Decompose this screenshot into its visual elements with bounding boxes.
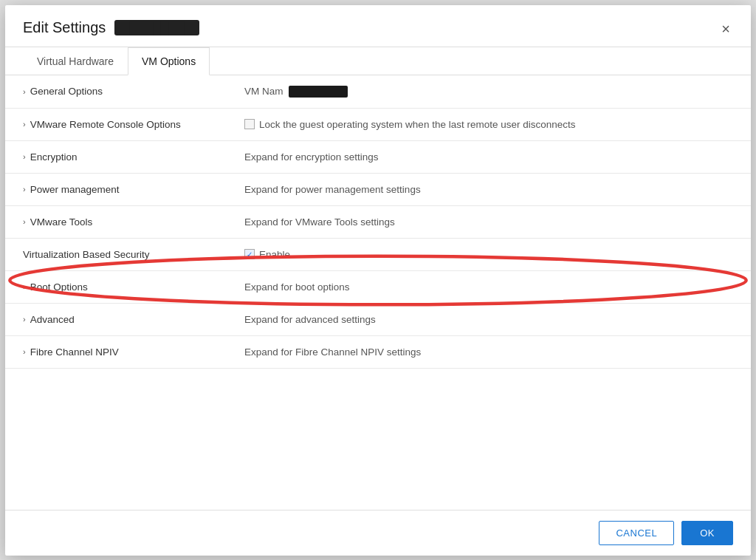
vmrc-checkbox[interactable] <box>244 119 255 129</box>
close-button[interactable]: × <box>715 18 736 39</box>
dialog-vm-name-redacted: ███████ <box>114 20 199 35</box>
advanced-expand[interactable]: › Advanced <box>23 314 212 325</box>
row-value-encryption: Expand for encryption settings <box>227 140 751 173</box>
table-row: › VMware Tools Expand for VMware Tools s… <box>5 205 751 238</box>
row-label-vmware-tools: › VMware Tools <box>5 205 227 238</box>
ok-button[interactable]: OK <box>681 521 733 545</box>
table-row: › Power management Expand for power mana… <box>5 173 751 205</box>
row-label-encryption: › Encryption <box>5 140 227 173</box>
fibre-channel-expand[interactable]: › Fibre Channel NPIV <box>23 346 212 358</box>
row-label-power-mgmt: › Power management <box>5 173 227 205</box>
vbs-checkbox-row: Enable <box>244 249 736 260</box>
vbs-enable-checkbox[interactable] <box>244 249 255 259</box>
row-value-vmrc: Lock the guest operating system when the… <box>227 108 751 140</box>
vmware-tools-expand[interactable]: › VMware Tools <box>23 216 212 228</box>
dialog-header: Edit Settings ███████ × <box>5 5 751 47</box>
dialog-footer: CANCEL OK <box>5 510 751 556</box>
table-row: › VMware Remote Console Options Lock the… <box>5 108 751 140</box>
chevron-icon: › <box>23 152 26 161</box>
general-options-expand[interactable]: › General Options <box>23 86 212 97</box>
row-label-fibre-channel: › Fibre Channel NPIV <box>5 335 227 368</box>
table-row: › Encryption Expand for encryption setti… <box>5 140 751 173</box>
row-value-vmware-tools: Expand for VMware Tools settings <box>227 205 751 238</box>
dialog-title: Edit Settings <box>23 19 106 36</box>
row-label-vbs: Virtualization Based Security <box>5 238 227 270</box>
chevron-icon: › <box>23 120 26 129</box>
table-row: › Boot Options Expand for boot options <box>5 270 751 303</box>
cancel-button[interactable]: CANCEL <box>599 521 674 545</box>
chevron-icon: › <box>23 347 26 356</box>
row-value-power-mgmt: Expand for power management settings <box>227 173 751 205</box>
vmrc-expand[interactable]: › VMware Remote Console Options <box>23 119 212 130</box>
row-value-vbs: Enable <box>227 238 751 270</box>
boot-options-expand[interactable]: › Boot Options <box>23 281 212 293</box>
chevron-icon: › <box>23 87 26 96</box>
chevron-icon: › <box>23 185 26 194</box>
row-label-vmrc: › VMware Remote Console Options <box>5 108 227 140</box>
chevron-icon: › <box>23 217 26 226</box>
row-value-fibre-channel: Expand for Fibre Channel NPIV settings <box>227 335 751 368</box>
row-label-boot-options: › Boot Options <box>5 270 227 303</box>
tab-vm-options[interactable]: VM Options <box>128 47 210 75</box>
settings-table: › General Options VM Nam › VMware Re <box>5 75 751 413</box>
row-value-general-options: VM Nam <box>227 75 751 109</box>
chevron-icon: › <box>23 315 26 324</box>
encryption-expand[interactable]: › Encryption <box>23 151 212 163</box>
edit-settings-dialog: Edit Settings ███████ × Virtual Hardware… <box>5 5 751 556</box>
table-row: › Advanced Expand for advanced settings <box>5 303 751 335</box>
vm-name-redacted <box>289 86 348 98</box>
row-value-advanced: Expand for advanced settings <box>227 303 751 335</box>
row-label-general-options: › General Options <box>5 75 227 109</box>
table-row: › General Options VM Nam <box>5 75 751 109</box>
tab-bar: Virtual Hardware VM Options <box>5 47 751 75</box>
table-row: › Fibre Channel NPIV Expand for Fibre Ch… <box>5 335 751 368</box>
dialog-body: › General Options VM Nam › VMware Re <box>5 75 751 510</box>
power-mgmt-expand[interactable]: › Power management <box>23 184 212 195</box>
row-value-boot-options: Expand for boot options <box>227 270 751 303</box>
tab-virtual-hardware[interactable]: Virtual Hardware <box>23 47 128 75</box>
dialog-title-area: Edit Settings ███████ <box>23 19 199 45</box>
spacer-row <box>5 368 751 412</box>
vmrc-checkbox-row: Lock the guest operating system when the… <box>244 119 736 130</box>
chevron-icon: › <box>23 282 26 291</box>
row-label-advanced: › Advanced <box>5 303 227 335</box>
vbs-row: Virtualization Based Security Enable <box>5 238 751 270</box>
